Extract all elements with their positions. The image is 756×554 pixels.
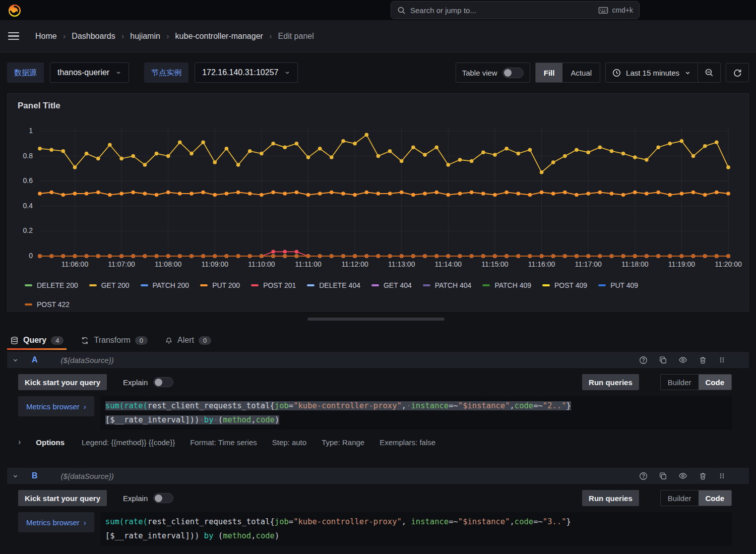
breadcrumb: Home›Dashboards›hujiamin›kube-controller… bbox=[35, 31, 314, 41]
x-axis-tick-label: 11:07:00 bbox=[99, 260, 144, 268]
legend-label: PATCH 409 bbox=[494, 281, 531, 289]
legend-item[interactable]: POST 201 bbox=[251, 281, 296, 289]
clock-icon bbox=[612, 69, 621, 77]
breadcrumb-item[interactable]: hujiamin bbox=[130, 32, 160, 41]
tab-transform[interactable]: Transform 0 bbox=[81, 332, 148, 349]
keyboard-icon bbox=[598, 7, 608, 14]
explain-toggle[interactable] bbox=[153, 493, 173, 503]
options-label[interactable]: Options bbox=[36, 438, 65, 447]
promql-code-editor[interactable]: sum(rate(rest_client_requests_total{job=… bbox=[100, 512, 732, 545]
table-view-toggle[interactable] bbox=[502, 68, 524, 78]
time-range-control: Last 15 minutes bbox=[605, 63, 721, 83]
legend-label: GET 404 bbox=[384, 281, 412, 289]
metrics-browser-button[interactable]: Metrics browser › bbox=[18, 512, 94, 532]
query-ref-id[interactable]: B bbox=[32, 471, 38, 480]
menu-toggle-icon[interactable] bbox=[8, 29, 25, 44]
x-axis-tick-label: 11:15:00 bbox=[472, 260, 518, 268]
zoom-out-button[interactable] bbox=[698, 63, 720, 82]
variable-group: 节点实例172.16.140.31:10257 bbox=[144, 63, 298, 83]
chevron-right-icon[interactable]: › bbox=[18, 438, 21, 447]
legend-item[interactable]: GET 200 bbox=[89, 281, 130, 289]
help-icon[interactable] bbox=[639, 472, 648, 480]
drag-handle-icon[interactable] bbox=[718, 472, 726, 480]
legend-item[interactable]: PUT 200 bbox=[200, 281, 240, 289]
duplicate-icon[interactable] bbox=[659, 356, 667, 364]
query-section: Query 4 Transform 0 Alert 0 bbox=[0, 328, 756, 554]
builder-option[interactable]: Builder bbox=[661, 490, 699, 506]
variable-select[interactable]: 172.16.140.31:10257 bbox=[195, 63, 298, 83]
legend-item[interactable]: POST 409 bbox=[542, 281, 587, 289]
tab-alert[interactable]: Alert 0 bbox=[165, 332, 211, 349]
x-axis-tick-label: 11:10:00 bbox=[239, 260, 284, 268]
query-row-header[interactable]: A (${dataSource}) bbox=[7, 352, 749, 368]
query-ref-id[interactable]: A bbox=[32, 355, 38, 364]
code-option[interactable]: Code bbox=[699, 375, 732, 390]
breadcrumb-item[interactable]: kube-controller-manager bbox=[175, 32, 263, 41]
variable-select[interactable]: thanos-querier bbox=[50, 63, 129, 83]
legend-label: POST 409 bbox=[554, 281, 587, 289]
query-row-actions bbox=[639, 355, 744, 364]
disable-eye-icon[interactable] bbox=[678, 471, 687, 480]
time-range-picker[interactable]: Last 15 minutes bbox=[606, 63, 698, 82]
breadcrumb-item[interactable]: Home bbox=[35, 32, 57, 41]
disable-eye-icon[interactable] bbox=[678, 355, 687, 364]
run-queries-button[interactable]: Run queries bbox=[582, 490, 639, 506]
metrics-browser-label: Metrics browser bbox=[26, 402, 80, 411]
legend-item[interactable]: PATCH 409 bbox=[482, 281, 531, 289]
chevron-right-icon: › bbox=[84, 402, 86, 411]
transform-icon bbox=[81, 336, 89, 345]
shortcut-hint: cmd+k bbox=[598, 6, 633, 14]
y-axis-tick-label: 0.6 bbox=[15, 176, 33, 184]
collapse-chevron-icon[interactable] bbox=[12, 473, 19, 479]
refresh-button[interactable] bbox=[726, 63, 749, 82]
delete-icon[interactable] bbox=[699, 472, 707, 480]
grafana-logo-icon[interactable] bbox=[7, 3, 22, 18]
legend-item[interactable]: PATCH 200 bbox=[141, 281, 190, 289]
y-axis-tick-label: 0.4 bbox=[15, 202, 33, 210]
breadcrumb-item[interactable]: Dashboards bbox=[72, 32, 115, 41]
promql-code-editor[interactable]: sum(rate(rest_client_requests_total{job=… bbox=[100, 396, 732, 429]
tab-transform-label: Transform bbox=[94, 336, 130, 345]
legend-item[interactable]: PUT 409 bbox=[598, 281, 638, 289]
refresh-icon bbox=[733, 68, 742, 77]
legend-item[interactable]: POST 422 bbox=[25, 300, 70, 309]
chart-plot[interactable] bbox=[36, 123, 733, 269]
run-queries-button[interactable]: Run queries bbox=[582, 374, 639, 390]
legend-item[interactable]: GET 404 bbox=[371, 281, 412, 289]
legend-swatch bbox=[25, 303, 32, 305]
legend-item[interactable]: DELETE 200 bbox=[25, 281, 78, 289]
y-axis-tick-label: 0.8 bbox=[15, 152, 33, 160]
actual-option[interactable]: Actual bbox=[562, 63, 600, 82]
kick-start-button[interactable]: Kick start your query bbox=[18, 374, 107, 390]
query-count-badge: 4 bbox=[51, 336, 64, 345]
metrics-browser-button[interactable]: Metrics browser › bbox=[18, 396, 94, 416]
table-view-control: Table view bbox=[456, 63, 530, 83]
duplicate-icon[interactable] bbox=[659, 472, 667, 480]
explain-toggle[interactable] bbox=[153, 377, 173, 387]
fill-option[interactable]: Fill bbox=[536, 63, 563, 82]
collapse-chevron-icon[interactable] bbox=[12, 357, 19, 363]
query-row-header[interactable]: B (${dataSource}) bbox=[7, 468, 749, 484]
editor-tabs: Query 4 Transform 0 Alert 0 bbox=[7, 328, 749, 350]
variable-group: 数据源thanos-querier bbox=[7, 63, 129, 83]
query-option-summary: Step: auto bbox=[272, 438, 306, 447]
delete-icon[interactable] bbox=[699, 356, 707, 364]
chart-legend: DELETE 200GET 200PATCH 200PUT 200POST 20… bbox=[25, 281, 742, 309]
code-option[interactable]: Code bbox=[699, 490, 732, 506]
legend-item[interactable]: PATCH 404 bbox=[423, 281, 472, 289]
breadcrumb-separator-icon: › bbox=[269, 31, 272, 41]
tab-query[interactable]: Query 4 bbox=[10, 332, 64, 349]
drag-handle-icon[interactable] bbox=[718, 356, 726, 364]
selected-text: sum(rate(rest_client_requests_total{job=… bbox=[105, 401, 571, 410]
builder-option[interactable]: Builder bbox=[661, 375, 699, 390]
dashboard-controls: 数据源thanos-querier节点实例172.16.140.31:10257… bbox=[0, 52, 756, 93]
kick-start-button[interactable]: Kick start your query bbox=[18, 490, 107, 506]
legend-label: PATCH 200 bbox=[153, 281, 190, 289]
legend-label: PUT 409 bbox=[610, 281, 638, 289]
legend-item[interactable]: DELETE 404 bbox=[307, 281, 360, 289]
transform-count-badge: 0 bbox=[135, 336, 148, 345]
time-series-chart[interactable]: 00.20.40.60.8111:06:0011:07:0011:08:0011… bbox=[15, 123, 740, 277]
search-input[interactable]: Search or jump to... cmd+k bbox=[391, 1, 640, 19]
pane-resize-handle[interactable] bbox=[307, 318, 445, 321]
help-icon[interactable] bbox=[639, 356, 648, 364]
